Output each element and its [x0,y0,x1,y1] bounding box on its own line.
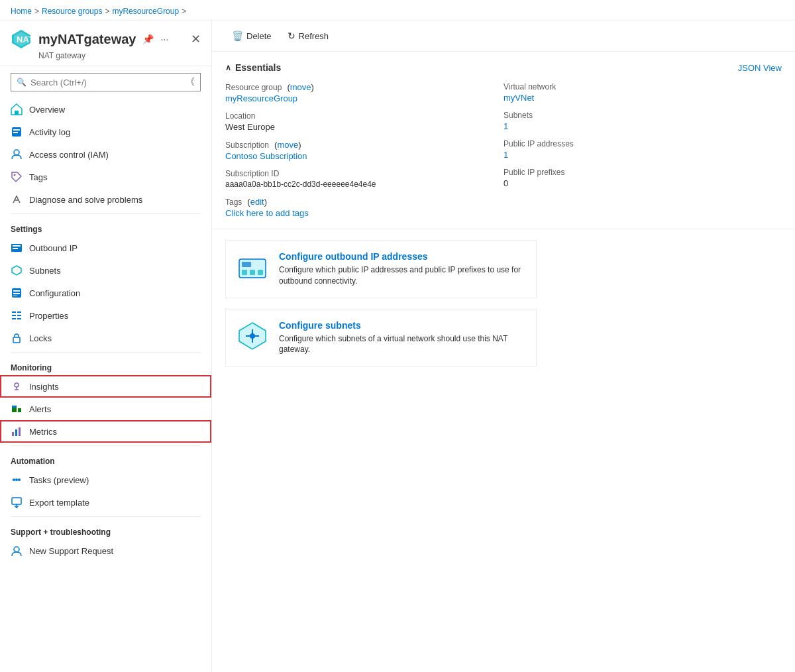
field-resource-group: Resource group (move) myResourceGroup [225,82,504,103]
breadcrumb-home[interactable]: Home [11,7,32,16]
sidebar-item-subnets[interactable]: Subnets [0,259,211,282]
svg-point-9 [14,174,16,176]
sidebar-item-metrics[interactable]: Metrics [0,420,211,443]
field-public-ip-prefixes: Public IP prefixes 0 [504,168,782,188]
subscription-move-link[interactable]: move [277,140,298,150]
essentials-title-text: Essentials [235,62,281,73]
tags-label: Tags [29,172,47,182]
sidebar-item-overview[interactable]: Overview [0,98,211,121]
svg-rect-16 [13,290,20,292]
divider-monitoring [11,352,201,353]
breadcrumb-resource-group[interactable]: myResourceGroup [112,7,179,16]
configuration-label: Configuration [29,288,80,298]
svg-point-36 [15,478,18,481]
divider-support [11,516,201,517]
sidebar-item-properties[interactable]: Properties [0,304,211,327]
sidebar-item-insights[interactable]: Insights [0,375,211,398]
sidebar-item-support[interactable]: New Support Request [0,539,211,562]
sidebar-item-configuration[interactable]: Configuration [0,282,211,304]
resource-group-link[interactable]: myResourceGroup [225,93,504,103]
sidebar-item-access-control[interactable]: Access control (IAM) [0,143,211,166]
sidebar-item-tags[interactable]: Tags [0,166,211,188]
sidebar-item-activity-log[interactable]: Activity log [0,121,211,143]
sidebar-item-locks[interactable]: Locks [0,327,211,349]
support-label: New Support Request [29,546,113,556]
svg-point-35 [13,478,15,481]
breadcrumb: Home > Resource groups > myResourceGroup… [0,0,795,20]
tasks-label: Tasks (preview) [29,475,89,485]
svg-text:NAT: NAT [17,34,32,44]
field-subscription-id: Subscription ID aaaa0a0a-bb1b-cc2c-dd3d-… [225,169,504,189]
configuration-icon [11,287,23,299]
outbound-card-icon [237,251,268,283]
iam-icon [11,148,23,160]
configure-outbound-card: Configure outbound IP addresses Configur… [225,240,537,298]
content-area: 🗑️ Delete ↻ Refresh ∧ Essentials JSON Vi… [212,21,795,672]
collapse-sidebar-icon[interactable]: 《 [186,76,195,88]
svg-rect-38 [12,498,21,504]
sidebar-item-outbound-ip[interactable]: Outbound IP [0,237,211,259]
access-control-label: Access control (IAM) [29,150,109,160]
virtual-network-link[interactable]: myVNet [504,93,782,103]
search-box: 🔍 《 [11,73,201,91]
tags-edit-link[interactable]: edit [250,197,264,207]
svg-rect-44 [250,270,255,275]
outbound-card-title[interactable]: Configure outbound IP addresses [279,251,525,262]
public-ip-link[interactable]: 1 [504,150,782,160]
sidebar-item-tasks[interactable]: Tasks (preview) [0,469,211,491]
essentials-left: Resource group (move) myResourceGroup Lo… [225,82,504,218]
field-tags: Tags (edit) Click here to add tags [225,197,504,218]
overview-icon [11,103,23,115]
activity-log-icon [11,126,23,138]
subnets-card-icon [237,320,268,352]
subnets-card-title[interactable]: Configure subnets [279,320,525,331]
diagnose-label: Diagnose and solve problems [29,195,142,205]
subnets-count-link[interactable]: 1 [504,121,782,131]
tags-icon [11,171,23,183]
pin-icon[interactable]: 📌 [142,34,154,44]
locks-label: Locks [29,333,52,343]
sidebar-item-alerts[interactable]: Alerts [0,398,211,420]
essentials-chevron[interactable]: ∧ [225,63,231,72]
outbound-card-content: Configure outbound IP addresses Configur… [279,251,525,287]
breadcrumb-resource-groups[interactable]: Resource groups [42,7,102,16]
svg-rect-25 [13,337,20,343]
add-tags-link[interactable]: Click here to add tags [225,208,504,218]
sidebar: NAT myNATgateway 📌 ··· ✕ NAT gateway 🔍 《… [0,21,212,672]
svg-rect-33 [15,429,17,436]
sidebar-navigation: Overview Activity log Access control (IA… [0,98,211,672]
svg-point-8 [14,150,19,155]
support-icon [11,545,23,557]
delete-button[interactable]: 🗑️ Delete [225,27,278,44]
close-icon[interactable]: ✕ [191,32,201,46]
search-input[interactable] [30,78,150,87]
refresh-button[interactable]: ↻ Refresh [281,27,336,44]
outbound-card-desc: Configure which public IP addresses and … [279,264,525,287]
outbound-ip-icon [11,242,23,254]
essentials-section: ∧ Essentials JSON View Resource group (m… [212,52,795,229]
subscription-link[interactable]: Contoso Subscription [225,151,504,161]
cards-section: Configure outbound IP addresses Configur… [212,229,795,377]
svg-rect-45 [258,270,263,275]
diagnose-icon [11,194,23,205]
svg-rect-13 [13,248,18,249]
essentials-right: Virtual network myVNet Subnets 1 Public … [504,82,782,218]
json-view-link[interactable]: JSON View [738,63,782,73]
more-options-icon[interactable]: ··· [160,34,168,44]
svg-marker-14 [12,266,21,275]
sidebar-item-export[interactable]: Export template [0,491,211,514]
svg-rect-43 [242,270,247,275]
svg-rect-7 [13,132,18,133]
sidebar-header: NAT myNATgateway 📌 ··· ✕ NAT gateway [0,21,211,66]
essentials-header: ∧ Essentials JSON View [225,62,782,73]
delete-icon: 🗑️ [232,30,243,41]
outbound-ip-label: Outbound IP [29,243,78,253]
export-icon [11,496,23,508]
sidebar-item-diagnose[interactable]: Diagnose and solve problems [0,188,211,211]
support-section-label: Support + troubleshooting [0,520,211,539]
resource-subtitle: NAT gateway [38,51,201,60]
essentials-grid: Resource group (move) myResourceGroup Lo… [225,82,782,218]
toolbar: 🗑️ Delete ↻ Refresh [212,21,795,52]
alerts-icon [11,403,23,415]
resource-group-move-link[interactable]: move [290,82,311,92]
